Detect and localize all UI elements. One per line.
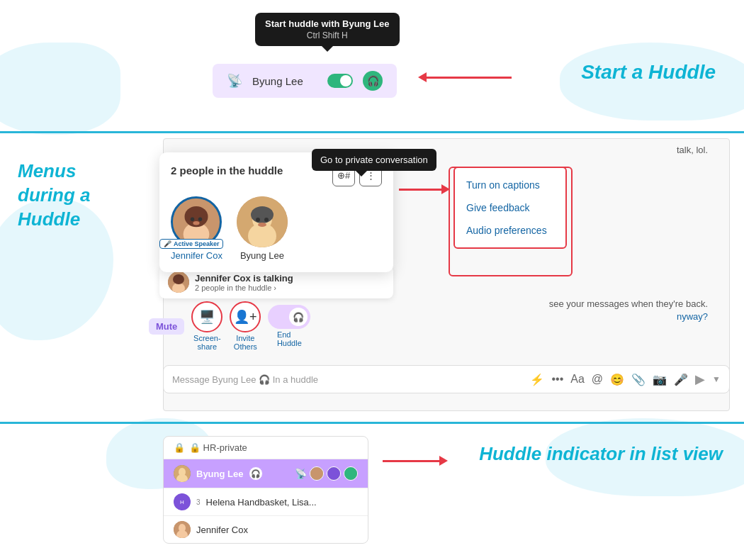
tiny-avatar-svg-1 (310, 466, 323, 481)
svg-point-6 (193, 221, 200, 225)
huddle-contact-name: Byung Lee (252, 75, 317, 87)
main-wrapper: Start huddle with Byung Lee Ctrl Shift H… (0, 0, 744, 560)
arrow-line (427, 77, 512, 79)
arrow-line-s3 (383, 460, 439, 462)
svg-point-12 (264, 218, 269, 222)
jennifer-name: Jennifer Cox (171, 250, 222, 261)
arrow-indicator (383, 456, 448, 466)
helena-num-badge: 3 (196, 498, 201, 506)
headphone-icon: 🎧 (363, 71, 383, 91)
participants-row: 🎤 Active Speaker Jennifer Cox (171, 196, 382, 261)
broadcast-row-icon: 📡 (295, 468, 307, 479)
svg-point-5 (198, 218, 203, 222)
dropdown-item-captions[interactable]: Turn on captions (455, 174, 565, 196)
jennifer-list-svg (174, 521, 191, 538)
dropdown-item-feedback[interactable]: Give feedback (455, 196, 565, 219)
channel-header: 🔒 🔒 HR-private (164, 437, 368, 459)
jennifer-talking-info: Jennifer Cox is talking 2 people in the … (195, 273, 293, 292)
emoji-icon[interactable]: 😊 (610, 373, 624, 386)
arrowhead-s3 (439, 456, 448, 466)
send-chevron[interactable]: ▼ (712, 374, 721, 384)
mute-label[interactable]: Mute (149, 318, 184, 335)
mic-icon[interactable]: 🎤 (674, 373, 688, 386)
huddle-panel-title: 2 people in the huddle (171, 164, 283, 177)
video-icon[interactable]: 📷 (653, 373, 667, 386)
byung-face-svg (237, 196, 288, 247)
chat-text-top: talk, lol. (677, 145, 708, 155)
invite-btn[interactable]: 👤+ (230, 301, 261, 332)
font-icon[interactable]: Aa (570, 373, 585, 386)
dropdown-item-audio[interactable]: Audio preferences (455, 219, 565, 242)
divider-2 (0, 422, 744, 424)
divider-1 (0, 131, 744, 133)
send-icon[interactable]: ▶ (695, 371, 705, 387)
active-speaker-text: Active Speaker (174, 240, 220, 247)
invite-control: 👤+ InviteOthers (230, 301, 261, 351)
end-huddle-toggle[interactable]: 🎧 (268, 305, 310, 329)
dropdown-menu: Turn on captions Give feedback Audio pre… (453, 167, 567, 249)
arrow-to-more-btn (399, 184, 450, 194)
svg-point-21 (310, 467, 323, 480)
tiny-avatar-1 (310, 466, 324, 481)
section-indicator: 🔒 🔒 HR-private Byung Lee 🎧 📡 (0, 429, 744, 556)
chat-text-mid1: see your messages when they're back. (549, 298, 708, 309)
section-start-huddle: Start huddle with Byung Lee Ctrl Shift H… (85, 13, 730, 126)
section-menus: Menus during a Huddle talk, lol. see you… (0, 138, 744, 418)
chat-link[interactable]: nyway? (677, 311, 708, 322)
jennifer-avatar-wrap: 🎤 Active Speaker (171, 196, 222, 247)
active-speaker-badge: 🎤 Active Speaker (159, 239, 224, 249)
participant-byung: Byung Lee (237, 196, 288, 261)
arrow-line-red (399, 189, 441, 191)
menus-label: Menus during a Huddle (18, 159, 117, 231)
jennifer-talking-main: Jennifer Cox is talking (195, 273, 293, 284)
huddle-toggle[interactable] (327, 74, 353, 88)
tiny-avatar-svg-2 (327, 466, 340, 481)
clip-icon[interactable]: 📎 (631, 373, 646, 386)
tiny-avatar-3 (344, 466, 358, 481)
byung-channel-name: Byung Lee (196, 469, 243, 479)
channel-list: 🔒 🔒 HR-private Byung Lee 🎧 📡 (163, 436, 368, 544)
byung-headphone-badge: 🎧 (249, 466, 263, 481)
svg-point-22 (327, 467, 340, 480)
goto-private-tooltip: Go to private conversation (312, 149, 436, 171)
invite-label: InviteOthers (234, 334, 257, 351)
channel-row-jennifer[interactable]: Jennifer Cox (164, 515, 368, 543)
svg-point-17 (173, 274, 184, 284)
lock-icon: 🔒 (174, 442, 185, 453)
jennifer-small-avatar (168, 271, 189, 293)
at-icon[interactable]: @ (592, 373, 603, 386)
message-placeholder: Message Byung Lee 🎧 In a huddle (172, 374, 523, 385)
byung-name: Byung Lee (240, 250, 284, 261)
more-icon[interactable]: ••• (551, 373, 563, 386)
jennifer-list-avatar (174, 521, 191, 538)
mic-badge-icon: 🎤 (164, 240, 171, 247)
tiny-avatar-2 (327, 466, 341, 481)
participant-jennifer: 🎤 Active Speaker Jennifer Cox (171, 196, 222, 261)
broadcast-icon: 📡 (227, 73, 242, 89)
indicator-label: Huddle indicator in list view (479, 443, 723, 465)
huddle-start-row[interactable]: 📡 Byung Lee 🎧 (213, 64, 397, 98)
jennifer-channel-name: Jennifer Cox (196, 525, 248, 535)
message-input[interactable]: Message Byung Lee 🎧 In a huddle ⚡ ••• Aa… (163, 365, 730, 393)
huddle-tooltip: Start huddle with Byung Lee Ctrl Shift H (255, 13, 400, 46)
byung-avatar (237, 196, 288, 247)
tiny-avatar-svg-3 (344, 466, 357, 481)
channel-row-byung[interactable]: Byung Lee 🎧 📡 (164, 459, 368, 488)
byung-row-icons: 📡 (295, 466, 358, 481)
start-huddle-label: Start a Huddle (581, 61, 716, 84)
end-huddle-label: EndHuddle (277, 330, 302, 347)
svg-point-23 (344, 467, 357, 480)
byung-avatar-wrap (237, 196, 288, 247)
arrow-start-huddle (418, 72, 512, 82)
screenshare-control: 🖥️ Screen-share (191, 301, 222, 351)
screenshare-label: Screen-share (193, 334, 221, 351)
channel-row-helena[interactable]: H 3 Helena Handbasket, Lisa... (164, 488, 368, 515)
byung-list-svg (174, 465, 191, 482)
helena-list-avatar: H (174, 493, 191, 510)
end-toggle-circle: 🎧 (289, 308, 308, 326)
end-huddle-control: 🎧 EndHuddle (268, 305, 310, 347)
lightning-icon[interactable]: ⚡ (530, 373, 544, 386)
channel-header-name: 🔒 HR-private (189, 442, 247, 453)
svg-point-11 (256, 218, 260, 222)
screenshare-btn[interactable]: 🖥️ (191, 301, 222, 332)
